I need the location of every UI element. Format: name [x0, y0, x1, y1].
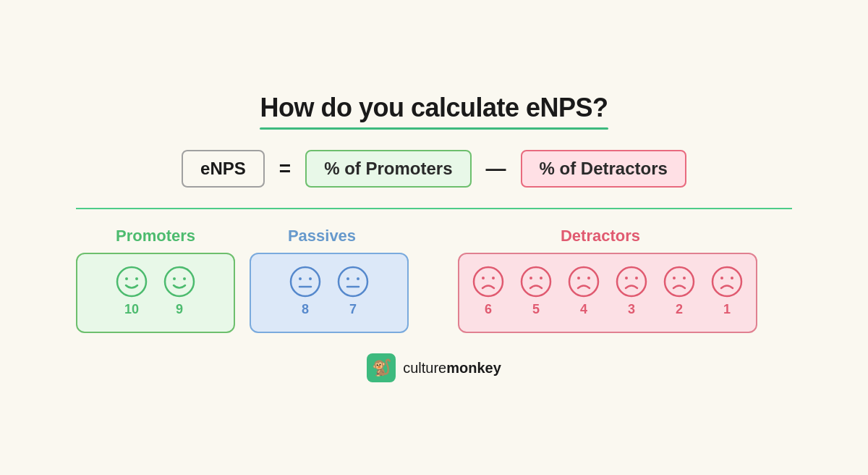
score-number: 8: [302, 302, 309, 317]
passives-faces: 8 7: [288, 264, 370, 317]
sad-face-icon: [519, 264, 553, 299]
neutral-face-icon: [336, 264, 370, 299]
svg-point-22: [587, 277, 590, 279]
score-number: 3: [628, 302, 635, 317]
svg-point-23: [617, 267, 646, 296]
svg-point-31: [731, 277, 733, 279]
svg-point-11: [346, 277, 349, 280]
sad-face-icon: [566, 264, 601, 299]
svg-point-4: [173, 277, 176, 280]
neutral-face-icon: [288, 264, 323, 299]
list-item: 7: [336, 264, 370, 317]
passives-section: Passives 8: [235, 227, 409, 333]
svg-point-24: [625, 277, 628, 279]
list-item: 1: [710, 264, 744, 317]
list-item: 5: [519, 264, 553, 317]
svg-point-18: [529, 277, 532, 279]
promoters-label: Promoters: [116, 227, 195, 245]
svg-point-12: [357, 277, 359, 280]
page-title: How do you calculate eNPS?: [260, 93, 608, 123]
title-section: How do you calculate eNPS?: [260, 93, 608, 130]
sad-face-icon: [614, 264, 649, 299]
sad-face-icon: [662, 264, 697, 299]
sad-face-icon: [471, 264, 506, 299]
promoters-formula-box: % of Promoters: [305, 150, 471, 188]
svg-point-5: [183, 277, 186, 280]
score-number: 7: [349, 302, 357, 317]
score-number: 6: [485, 302, 492, 317]
passives-label: Passives: [288, 227, 356, 245]
svg-point-19: [540, 277, 542, 279]
list-item: 2: [662, 264, 697, 317]
happy-face-icon: [114, 264, 149, 299]
detractors-section: Detractors 6: [409, 227, 792, 333]
svg-point-28: [683, 277, 686, 279]
svg-point-21: [577, 277, 580, 279]
list-item: 9: [162, 264, 197, 317]
svg-point-26: [665, 267, 694, 296]
list-item: 8: [288, 264, 323, 317]
score-number: 9: [176, 302, 183, 317]
svg-point-2: [135, 277, 138, 280]
score-number: 2: [676, 302, 683, 317]
svg-point-29: [712, 267, 741, 296]
svg-point-20: [569, 267, 598, 296]
svg-point-27: [673, 277, 676, 279]
svg-point-15: [482, 277, 485, 279]
svg-point-30: [720, 277, 723, 279]
formula-row: eNPS = % of Promoters — % of Detractors: [182, 150, 686, 188]
svg-point-6: [291, 267, 320, 296]
svg-point-14: [474, 267, 503, 296]
brand-name: culturemonkey: [403, 360, 501, 377]
enps-label: eNPS: [182, 150, 265, 188]
promoters-faces: 10 9: [114, 264, 197, 317]
equals-operator: =: [279, 157, 291, 180]
promoters-section: Promoters 10: [76, 227, 235, 333]
categories-row: Promoters 10: [76, 227, 792, 333]
svg-point-0: [117, 267, 146, 296]
minus-operator: —: [486, 157, 506, 180]
main-container: How do you calculate eNPS? eNPS = % of P…: [36, 93, 832, 382]
svg-point-7: [299, 277, 302, 280]
score-number: 1: [723, 302, 731, 317]
svg-point-8: [309, 277, 312, 280]
score-number: 10: [124, 302, 139, 317]
svg-point-16: [492, 277, 495, 279]
brand-footer: 🐒 culturemonkey: [367, 353, 501, 382]
svg-point-1: [125, 277, 128, 280]
score-number: 5: [532, 302, 540, 317]
detractors-formula-box: % of Detractors: [521, 150, 686, 188]
brand-logo-icon: 🐒: [367, 353, 396, 382]
list-item: 6: [471, 264, 506, 317]
list-item: 3: [614, 264, 649, 317]
promoters-card: 10 9: [76, 253, 235, 333]
title-underline: [260, 127, 608, 130]
svg-point-3: [165, 267, 194, 296]
divider-line: [76, 208, 792, 209]
svg-point-25: [635, 277, 638, 279]
svg-point-17: [522, 267, 550, 296]
score-number: 4: [580, 302, 587, 317]
list-item: 10: [114, 264, 149, 317]
svg-point-10: [339, 267, 367, 296]
list-item: 4: [566, 264, 601, 317]
sad-face-icon: [710, 264, 744, 299]
detractors-faces: 6 5: [471, 264, 744, 317]
detractors-label: Detractors: [561, 227, 640, 245]
passives-card: 8 7: [250, 253, 409, 333]
detractors-card: 6 5: [458, 253, 757, 333]
happy-face-icon: [162, 264, 197, 299]
